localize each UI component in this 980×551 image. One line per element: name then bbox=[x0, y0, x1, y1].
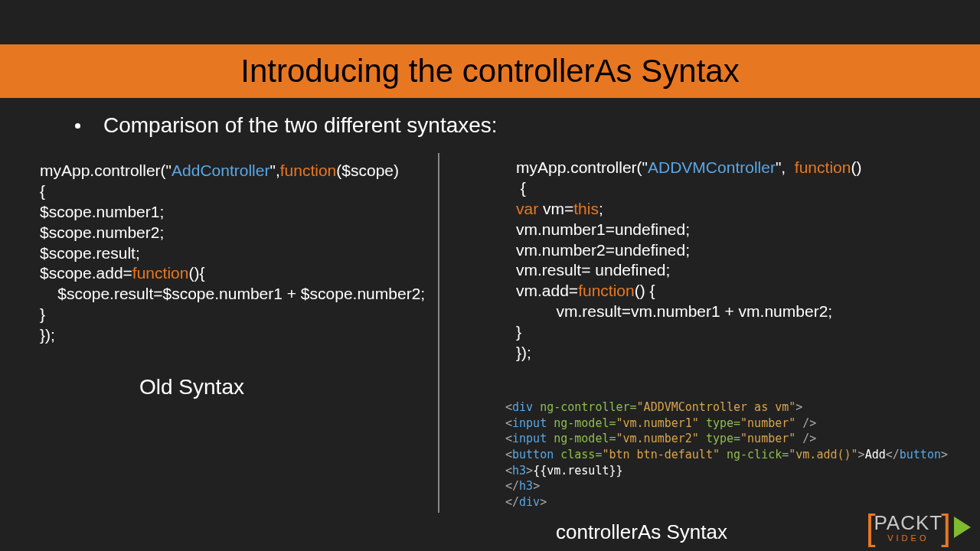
bullet-dot-icon bbox=[75, 123, 80, 129]
bracket-close-icon: ] bbox=[941, 510, 951, 545]
controlleras-code: myApp.controller("ADDVMController", func… bbox=[516, 158, 945, 364]
slide-title: Introducing the controllerAs Syntax bbox=[240, 53, 739, 90]
bullet-line: Comparison of the two different syntaxes… bbox=[69, 113, 498, 138]
controlleras-label: controllerAs Syntax bbox=[556, 520, 727, 544]
template-html-code: <div ng-controller="ADDVMController as v… bbox=[505, 399, 949, 510]
old-syntax-label: Old Syntax bbox=[139, 375, 244, 399]
vertical-divider bbox=[438, 153, 439, 513]
play-icon bbox=[954, 517, 971, 538]
old-syntax-code: myApp.controller("AddController",functio… bbox=[40, 161, 430, 346]
title-bar: Introducing the controllerAs Syntax bbox=[0, 44, 980, 98]
logo-sub: VIDEO bbox=[887, 534, 929, 543]
bullet-text: Comparison of the two different syntaxes… bbox=[103, 113, 498, 138]
logo-brand: PACKT bbox=[874, 513, 942, 533]
packt-logo: [ PACKT VIDEO ] bbox=[866, 510, 971, 545]
